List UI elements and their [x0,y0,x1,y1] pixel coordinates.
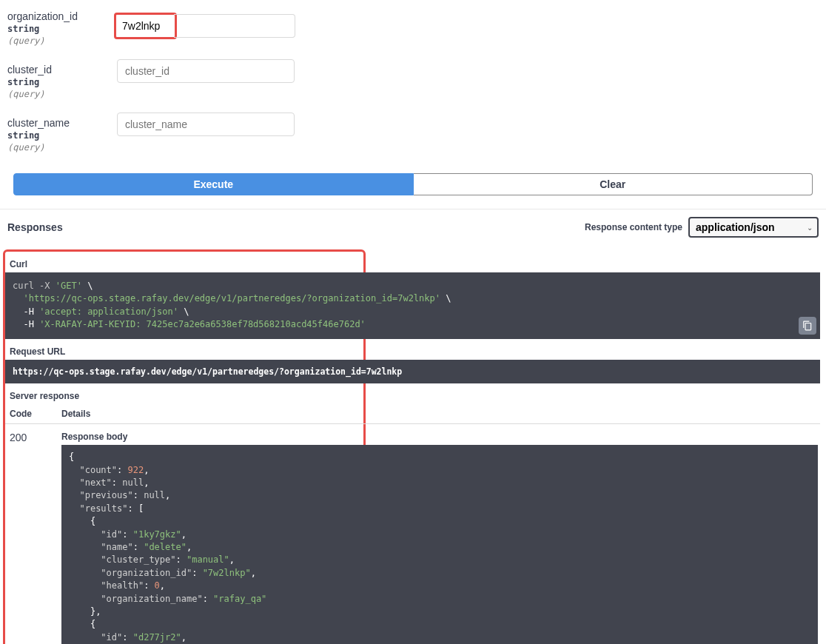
action-button-row: Execute Clear [0,160,826,209]
param-name: organization_id [7,10,117,22]
param-type: string [7,24,117,34]
clear-button[interactable]: Clear [414,173,813,195]
request-url-title: Request URL [5,339,363,360]
param-name: cluster_name [7,117,117,129]
highlighted-response-section: Curl curl -X 'GET' \ 'https://qc-ops.sta… [3,249,366,644]
param-row-cluster-id: cluster_id string (query) [0,53,826,107]
input-border-extension [174,14,295,38]
param-name: cluster_id [7,64,117,76]
cluster-name-input[interactable] [117,113,295,136]
curl-code-block: curl -X 'GET' \ 'https://qc-ops.stage.ra… [5,272,820,339]
content-type-select[interactable]: application/json [688,217,819,238]
highlighted-input-box [114,13,177,39]
param-label: cluster_id string (query) [7,59,117,99]
content-type-label: Response content type [585,222,682,232]
cluster-id-input[interactable] [117,59,295,83]
param-row-cluster-name: cluster_name string (query) [0,107,826,160]
response-row: 200 Response body { "count": 922, "next"… [5,424,820,644]
request-url-block: https://qc-ops.stage.rafay.dev/edge/v1/p… [5,360,820,384]
param-label: cluster_name string (query) [7,113,117,152]
curl-title: Curl [5,252,363,272]
server-response-title: Server response [5,383,363,404]
response-code: 200 [10,432,61,644]
responses-title: Responses [7,221,63,233]
param-label: organization_id string (query) [7,6,117,46]
param-type: string [7,77,117,87]
response-body-block: { "count": 922, "next": null, "previous"… [61,445,818,644]
copy-curl-button[interactable] [799,317,816,335]
param-type: string [7,130,117,141]
param-in: (query) [7,36,117,46]
execute-button[interactable]: Execute [13,173,414,195]
param-in: (query) [7,89,117,99]
responses-header: Responses Response content type applicat… [0,209,826,242]
response-body-label: Response body [61,432,818,442]
details-column-header: Details [61,409,818,419]
content-type-control: Response content type application/json ⌄ [585,217,819,238]
response-table-header: Code Details [5,404,820,424]
param-in: (query) [7,142,117,152]
organization-id-input[interactable] [118,16,173,36]
param-row-organization-id: organization_id string (query) [0,0,826,53]
code-column-header: Code [10,409,61,419]
clipboard-icon [802,321,813,331]
